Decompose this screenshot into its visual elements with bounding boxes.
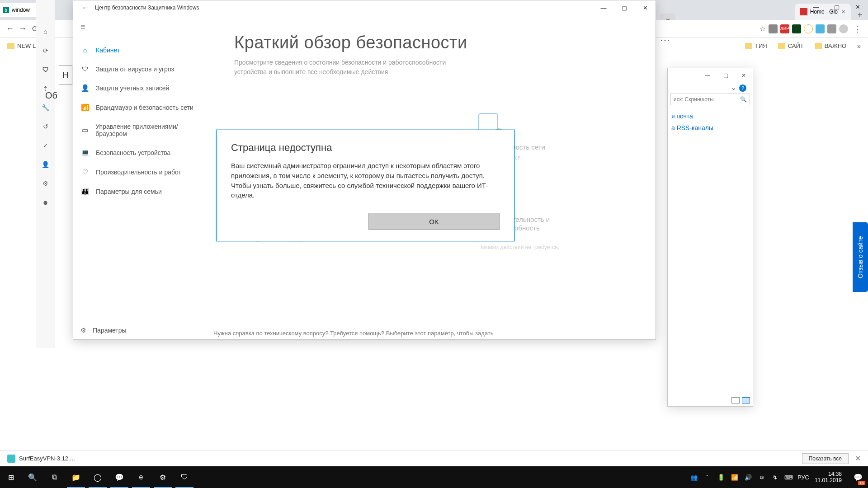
nav-label: Производительность и работ: [96, 169, 181, 176]
nav-label: Защита учетных записей: [96, 84, 169, 92]
nav-label: Защита от вирусов и угроз: [96, 66, 174, 73]
people-icon[interactable]: 👥: [689, 474, 699, 481]
access-denied-modal: Страница недоступна Ваш системный админи…: [216, 130, 514, 241]
smallwin-close[interactable]: ✕: [735, 72, 753, 79]
defender-minimize[interactable]: —: [593, 0, 614, 15]
bookmark-2[interactable]: САЙТ: [778, 42, 804, 49]
show-all-button[interactable]: Показать все: [802, 453, 849, 464]
bookmark-label: ТИЯ: [755, 42, 767, 49]
defender-close[interactable]: ✕: [635, 0, 656, 15]
rail-check-icon[interactable]: ✓: [41, 141, 50, 150]
view-grid-icon[interactable]: [742, 397, 750, 404]
hamburger-icon[interactable]: ≡: [73, 18, 212, 36]
bookmark-1[interactable]: ТИЯ: [745, 42, 767, 49]
view-list-icon[interactable]: [731, 397, 740, 404]
ext-icon-1[interactable]: [769, 24, 778, 33]
link-mail[interactable]: я почта: [671, 113, 749, 120]
ext-icon-5[interactable]: [827, 24, 836, 33]
search-button[interactable]: 🔍: [22, 466, 43, 488]
ext-icon-2[interactable]: [792, 24, 801, 33]
defender-back-button[interactable]: ←: [76, 3, 95, 13]
nav-label: Параметры: [93, 327, 127, 334]
nav-perf[interactable]: ♡Производительность и работ: [73, 164, 212, 181]
chrome-minimize[interactable]: —: [806, 0, 826, 14]
ext-icon-4[interactable]: [816, 24, 825, 33]
rail-home-icon[interactable]: ⌂: [41, 27, 50, 36]
chrome-close[interactable]: ✕: [847, 0, 868, 14]
forward-button[interactable]: →: [16, 24, 29, 33]
modal-title: Страница недоступна: [231, 142, 500, 154]
page-title: Краткий обзор безопасности: [234, 33, 634, 52]
search-icon[interactable]: 🔍: [740, 96, 747, 103]
download-bar-close[interactable]: ✕: [855, 454, 861, 463]
chrome-taskbar[interactable]: ◯: [87, 466, 108, 488]
chrome-maximize[interactable]: ▢: [826, 0, 847, 14]
start-button[interactable]: ⊞: [0, 466, 22, 488]
battery-icon[interactable]: 🔋: [716, 474, 726, 481]
nav-account[interactable]: 👤Защита учетных записей: [73, 80, 212, 97]
wifi-icon[interactable]: 📶: [730, 474, 740, 481]
folder-icon: [815, 43, 822, 49]
rail-plugins-icon[interactable]: ⚙: [41, 179, 50, 188]
modal-body: Ваш системный администратор ограничил до…: [231, 161, 500, 200]
chat-taskbar[interactable]: 💬: [108, 466, 130, 488]
tray-chevron-icon[interactable]: ˄: [703, 474, 712, 481]
dropbox-icon[interactable]: ⧈: [757, 474, 767, 481]
defender-maximize[interactable]: ▢: [614, 0, 635, 15]
help-icon[interactable]: ?: [739, 84, 746, 92]
rail-shield-icon[interactable]: 🛡: [41, 65, 50, 74]
bookmark-3[interactable]: ВАЖНО: [815, 42, 846, 49]
edge-taskbar[interactable]: e: [130, 466, 152, 488]
back-button[interactable]: ←: [4, 24, 16, 33]
nav-device[interactable]: 💻Безопасность устройства: [73, 144, 212, 161]
link-rss[interactable]: а RSS-каналы: [671, 124, 749, 131]
tab-bing[interactable]: bwindow: [0, 3, 37, 17]
chevron-down-icon[interactable]: ⌄: [731, 83, 736, 92]
nav-settings[interactable]: ⚙Параметры: [73, 321, 212, 339]
smallwin-maximize[interactable]: ▢: [717, 72, 735, 79]
smallwin-minimize[interactable]: —: [698, 72, 717, 79]
download-file-icon: [7, 455, 15, 463]
heart-icon: ♡: [80, 168, 90, 176]
rail-key-icon[interactable]: 🔧: [41, 103, 50, 112]
feedback-tab[interactable]: Отзыв о сайте: [853, 222, 868, 292]
nav-app[interactable]: ▭Управление приложениями/браузером: [73, 118, 212, 142]
download-bar: SurfEasyVPN-3.12.... Показать все ✕: [0, 450, 868, 466]
nav-firewall[interactable]: 📶Брандмауэр и безопасность сети: [73, 99, 212, 116]
clock-time: 14:38: [815, 471, 842, 477]
antenna-icon: 📶: [80, 103, 90, 112]
modal-ok-button[interactable]: OK: [368, 213, 500, 230]
help-footer[interactable]: Нужна справка по техническому вопросу? Т…: [213, 330, 494, 337]
defender-title: Центр безопасности Защитника Windows: [95, 5, 199, 11]
nav-home[interactable]: ⌂Кабинет: [73, 42, 212, 58]
taskview-button[interactable]: ⧉: [43, 466, 65, 488]
sync-icon[interactable]: ↯: [770, 474, 780, 481]
laptop-icon: 💻: [80, 149, 90, 157]
keyboard-icon[interactable]: ⌨: [784, 474, 794, 481]
explorer-taskbar[interactable]: 📁: [65, 466, 87, 488]
nav-virus[interactable]: 🛡Защита от вирусов и угроз: [73, 61, 212, 77]
rail-robot-icon[interactable]: ☻: [41, 198, 50, 207]
volume-icon[interactable]: 🔊: [743, 474, 753, 481]
lang-indicator[interactable]: РУС: [797, 474, 807, 481]
chrome-menu-icon[interactable]: ⋮: [851, 24, 864, 34]
bookmark-label: САЙТ: [788, 42, 804, 49]
search-box[interactable]: иск: Скриншоты 🔍: [670, 94, 750, 105]
page-more-icon[interactable]: ⋯: [660, 34, 670, 46]
ext-icon-6[interactable]: [839, 24, 848, 33]
ext-adblock-icon[interactable]: ABP: [780, 24, 789, 33]
ext-icon-3[interactable]: [804, 24, 813, 33]
rail-refresh-icon[interactable]: ⟳: [41, 46, 50, 55]
defender-taskbar[interactable]: 🛡: [174, 466, 195, 488]
download-filename[interactable]: SurfEasyVPN-3.12....: [19, 455, 75, 462]
bg-box: Н: [59, 65, 72, 85]
action-center[interactable]: 💬16: [849, 466, 867, 488]
clock[interactable]: 14:38 11.01.2019: [811, 471, 845, 484]
rail-history-icon[interactable]: ↺: [41, 122, 50, 131]
rail-user-icon[interactable]: 👤: [41, 160, 50, 169]
folder-icon: [778, 43, 785, 49]
nav-family[interactable]: 👪Параметры для семьи: [73, 183, 212, 200]
settings-taskbar[interactable]: ⚙: [152, 466, 174, 488]
star-icon[interactable]: ☆: [760, 24, 766, 33]
bookmarks-overflow[interactable]: »: [857, 42, 861, 50]
